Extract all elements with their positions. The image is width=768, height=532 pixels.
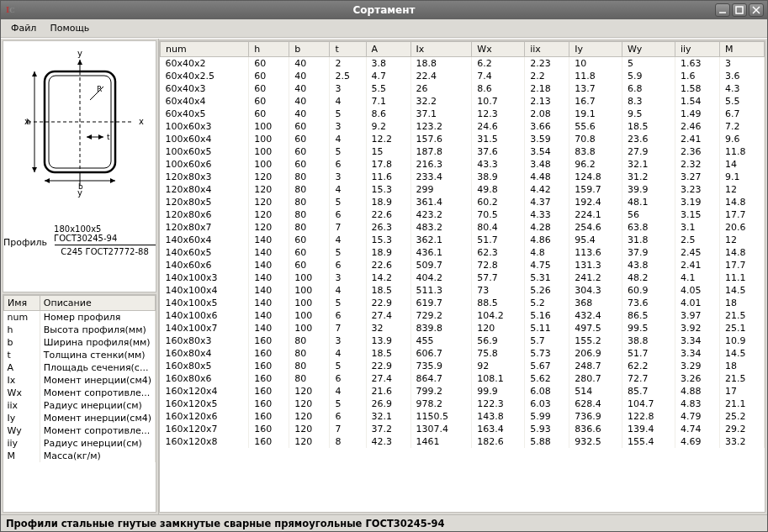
left-panel: y x x y R t xyxy=(1,39,159,514)
table-row[interactable]: 160x80x616080627.4864.7108.15.62280.772.… xyxy=(161,372,765,385)
desc-header-0[interactable]: Имя xyxy=(4,296,40,311)
profile-label: Профиль xyxy=(3,237,47,248)
table-row[interactable]: 100x60x31006039.2123.224.63.6655.618.52.… xyxy=(161,120,765,133)
main-window: IC Сортамент Файл Помощь y x xyxy=(0,0,768,532)
menubar: Файл Помощь xyxy=(1,19,767,38)
menu-file[interactable]: Файл xyxy=(4,21,43,35)
table-row[interactable]: 120x80x512080518.9361.460.24.37192.448.1… xyxy=(161,196,765,208)
table-row[interactable]: 140x60x614060622.6509.772.84.75131.343.8… xyxy=(161,259,765,271)
statusbar-text: Профили стальные гнутые замкнутые сварны… xyxy=(6,518,445,529)
main-header-A[interactable]: A xyxy=(366,42,410,57)
window-title: Сортамент xyxy=(1,4,767,16)
description-table-container: ИмяОписание numНомер профиляhВысота проф… xyxy=(3,294,156,513)
svg-text:h: h xyxy=(26,118,31,126)
right-panel: numhbtAIxWxiixIyWyiiyM 60x40x2604023.818… xyxy=(159,40,765,513)
profile-diagram-box: y x x y R t xyxy=(3,40,156,292)
desc-row[interactable]: iiyРадиус инерции(см) xyxy=(4,437,156,450)
desc-row[interactable]: numНомер профиля xyxy=(4,311,156,324)
minimize-button[interactable] xyxy=(715,3,730,17)
svg-text:b: b xyxy=(78,182,83,191)
desc-row[interactable]: AПлощадь сечения(с... xyxy=(4,361,156,374)
desc-row[interactable]: IyМомент инерции(см4) xyxy=(4,412,156,424)
svg-marker-27 xyxy=(110,178,115,183)
app-icon: IC xyxy=(6,4,18,16)
desc-row[interactable]: hВысота профиля(мм) xyxy=(4,324,156,336)
main-header-iix[interactable]: iix xyxy=(525,42,569,57)
table-row[interactable]: 100x60x510060515187.837.63.5483.827.92.3… xyxy=(161,145,765,158)
svg-marker-22 xyxy=(32,71,37,76)
main-header-iiy[interactable]: iiy xyxy=(675,42,719,57)
profile-diagram: y x x y R t xyxy=(13,46,147,223)
svg-rect-1 xyxy=(736,7,743,13)
table-row[interactable]: 140x100x5140100522.9619.788.55.236873.64… xyxy=(161,297,765,309)
profile-top-line: 180x100x5 ГОСТ30245-94 xyxy=(54,224,156,243)
svg-marker-18 xyxy=(87,134,92,140)
table-row[interactable]: 140x60x414060415.3362.151.74.8695.431.82… xyxy=(161,234,765,246)
svg-marker-23 xyxy=(32,167,37,172)
svg-text:x: x xyxy=(139,117,144,126)
main-header-h[interactable]: h xyxy=(249,42,289,57)
main-header-num[interactable]: num xyxy=(161,42,249,57)
table-row[interactable]: 140x100x3140100314.2404.257.75.31241.248… xyxy=(161,271,765,284)
titlebar: IC Сортамент xyxy=(1,1,767,19)
profile-bottom-line: С245 ГОСТ27772-88 xyxy=(61,247,148,256)
main-header-Ix[interactable]: Ix xyxy=(410,42,472,57)
main-header-b[interactable]: b xyxy=(289,42,330,57)
desc-row[interactable]: IxМомент инерции(см4) xyxy=(4,374,156,387)
main-header-M[interactable]: M xyxy=(719,42,764,57)
table-row[interactable]: 100x60x610060617.8216.343.33.4896.232.12… xyxy=(161,158,765,171)
main-header-Wx[interactable]: Wx xyxy=(472,42,525,57)
table-row[interactable]: 120x80x412080415.329949.84.42159.739.93.… xyxy=(161,183,765,196)
table-row[interactable]: 60x40x2.560402.54.722.47.42.211.85.91.63… xyxy=(161,70,765,82)
main-header-Iy[interactable]: Iy xyxy=(569,42,622,57)
desc-row[interactable]: MМасса(кг/м) xyxy=(4,450,156,462)
desc-header-1[interactable]: Описание xyxy=(40,296,155,311)
table-row[interactable]: 60x40x4604047.132.210.72.1316.78.31.545.… xyxy=(161,95,765,108)
menu-help[interactable]: Помощь xyxy=(43,21,96,35)
table-row[interactable]: 120x80x312080311.6233.438.94.48124.831.2… xyxy=(161,171,765,183)
desc-row[interactable]: tТолщина стенки(мм) xyxy=(4,349,156,361)
description-table[interactable]: ИмяОписание numНомер профиляhВысота проф… xyxy=(3,295,156,462)
table-row[interactable]: 160x120x5160120526.9978.2122.36.03628.41… xyxy=(161,398,765,410)
svg-marker-26 xyxy=(45,178,50,183)
desc-row[interactable]: iixРадиус инерции(см) xyxy=(4,399,156,412)
table-row[interactable]: 140x100x7140100732839.81205.11497.599.53… xyxy=(161,322,765,334)
table-row[interactable]: 120x80x612080622.6423.270.54.33224.1563.… xyxy=(161,208,765,221)
table-row[interactable]: 60x40x2604023.818.86.22.231051.633 xyxy=(161,57,765,71)
svg-marker-19 xyxy=(98,134,103,140)
svg-text:y: y xyxy=(77,49,82,58)
maximize-button[interactable] xyxy=(732,3,747,17)
table-row[interactable]: 100x60x410060412.2157.631.53.5970.823.62… xyxy=(161,133,765,145)
table-row[interactable]: 160x80x316080313.945556.95.7155.238.83.3… xyxy=(161,334,765,347)
table-row[interactable]: 140x100x4140100418.5511.3735.26304.360.9… xyxy=(161,284,765,297)
table-row[interactable]: 160x120x6160120632.11150.5143.85.99736.9… xyxy=(161,410,765,423)
svg-marker-6 xyxy=(77,60,82,65)
desc-row[interactable]: WxМомент сопротивле... xyxy=(4,387,156,399)
close-button[interactable] xyxy=(749,3,764,17)
table-row[interactable]: 120x80x712080726.3483.280.44.28254.663.8… xyxy=(161,221,765,234)
desc-row[interactable]: bШирина профиля(мм) xyxy=(4,336,156,349)
table-row[interactable]: 160x80x516080522.9735.9925.67248.762.23.… xyxy=(161,360,765,372)
table-row[interactable]: 140x100x6140100627.4729.2104.25.16432.48… xyxy=(161,309,765,322)
table-row[interactable]: 160x120x8160120842.31461182.65.88932.515… xyxy=(161,435,765,448)
svg-text:t: t xyxy=(107,133,110,141)
table-row[interactable]: 140x60x514060518.9436.162.34.8113.637.92… xyxy=(161,246,765,259)
statusbar: Профили стальные гнутые замкнутые сварны… xyxy=(1,514,767,531)
table-row[interactable]: 60x40x5604058.637.112.32.0819.19.51.496.… xyxy=(161,108,765,120)
desc-row[interactable]: WyМомент сопротивле... xyxy=(4,424,156,437)
table-row[interactable]: 60x40x3604035.5268.62.1813.76.81.584.3 xyxy=(161,82,765,95)
table-row[interactable]: 160x120x4160120421.6799.299.96.0851485.7… xyxy=(161,385,765,398)
main-header-Wy[interactable]: Wy xyxy=(622,42,675,57)
main-header-t[interactable]: t xyxy=(330,42,366,57)
table-row[interactable]: 160x80x416080418.5606.775.85.73206.951.7… xyxy=(161,347,765,360)
sortament-table[interactable]: numhbtAIxWxiixIyWyiiyM 60x40x2604023.818… xyxy=(160,41,765,448)
svg-text:R: R xyxy=(97,85,102,93)
table-row[interactable]: 160x120x7160120737.21307.4163.45.93836.6… xyxy=(161,423,765,435)
